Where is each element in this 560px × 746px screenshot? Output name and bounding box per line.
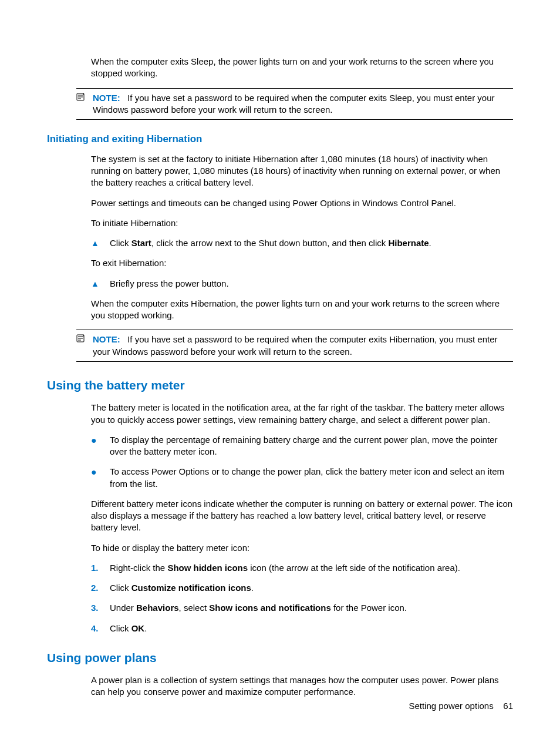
- heading-hibernation: Initiating and exiting Hibernation: [47, 133, 513, 146]
- paragraph: Power settings and timeouts can be chang…: [91, 197, 513, 209]
- document-page: When the computer exits Sleep, the power…: [0, 0, 560, 746]
- numbered-item: 3. Under Behaviors, select Show icons an…: [91, 602, 513, 614]
- paragraph: When the computer exits Sleep, the power…: [91, 56, 513, 80]
- step-text: Click Customize notification icons.: [110, 582, 513, 594]
- heading-power-plans: Using power plans: [47, 650, 513, 666]
- step-text: Under Behaviors, select Show icons and n…: [110, 602, 513, 614]
- paragraph: To initiate Hibernation:: [91, 217, 513, 229]
- step-number: 3.: [91, 602, 110, 614]
- step-number: 1.: [91, 562, 110, 574]
- step-text: Click OK.: [110, 623, 513, 634]
- note-text: NOTE: If you have set a password to be r…: [93, 334, 513, 358]
- triangle-icon: ▲: [91, 278, 110, 289]
- bullet-item: ● To display the percentage of remaining…: [91, 434, 513, 458]
- footer-text: Setting power options: [409, 701, 493, 711]
- note-content: If you have set a password to be require…: [93, 334, 498, 356]
- bullet-icon: ●: [91, 434, 110, 445]
- step-text: Briefly press the power button.: [110, 278, 513, 290]
- note-text: NOTE: If you have set a password to be r…: [93, 92, 513, 116]
- page-footer: Setting power options 61: [409, 700, 513, 712]
- note-icon: [76, 92, 89, 105]
- step-number: 2.: [91, 582, 110, 594]
- paragraph: When the computer exits Hibernation, the…: [91, 298, 513, 322]
- bullet-text: To access Power Options or to change the…: [110, 466, 513, 490]
- triangle-icon: ▲: [91, 237, 110, 248]
- paragraph: The system is set at the factory to init…: [91, 153, 513, 189]
- note-block: NOTE: If you have set a password to be r…: [76, 88, 513, 120]
- heading-battery-meter: Using the battery meter: [47, 377, 513, 394]
- note-icon: [76, 334, 89, 346]
- step-text: Right-click the Show hidden icons icon (…: [110, 562, 513, 574]
- step-text: Click Start, click the arrow next to the…: [110, 237, 513, 249]
- bullet-icon: ●: [91, 466, 110, 476]
- note-content: If you have set a password to be require…: [93, 93, 495, 115]
- paragraph: Different battery meter icons indicate w…: [91, 498, 513, 534]
- note-label: NOTE:: [93, 334, 120, 344]
- paragraph: To hide or display the battery meter ico…: [91, 542, 513, 554]
- bullet-text: To display the percentage of remaining b…: [110, 434, 513, 458]
- numbered-item: 1. Right-click the Show hidden icons ico…: [91, 562, 513, 574]
- step-item: ▲ Click Start, click the arrow next to t…: [91, 237, 513, 249]
- numbered-item: 2. Click Customize notification icons.: [91, 582, 513, 594]
- numbered-item: 4. Click OK.: [91, 623, 513, 634]
- bullet-item: ● To access Power Options or to change t…: [91, 466, 513, 490]
- note-block: NOTE: If you have set a password to be r…: [76, 330, 513, 362]
- paragraph: To exit Hibernation:: [91, 257, 513, 269]
- step-item: ▲ Briefly press the power button.: [91, 278, 513, 290]
- note-label: NOTE:: [93, 93, 120, 103]
- step-number: 4.: [91, 623, 110, 634]
- page-number: 61: [503, 701, 513, 711]
- paragraph: A power plan is a collection of system s…: [91, 674, 513, 698]
- paragraph: The battery meter is located in the noti…: [91, 402, 513, 426]
